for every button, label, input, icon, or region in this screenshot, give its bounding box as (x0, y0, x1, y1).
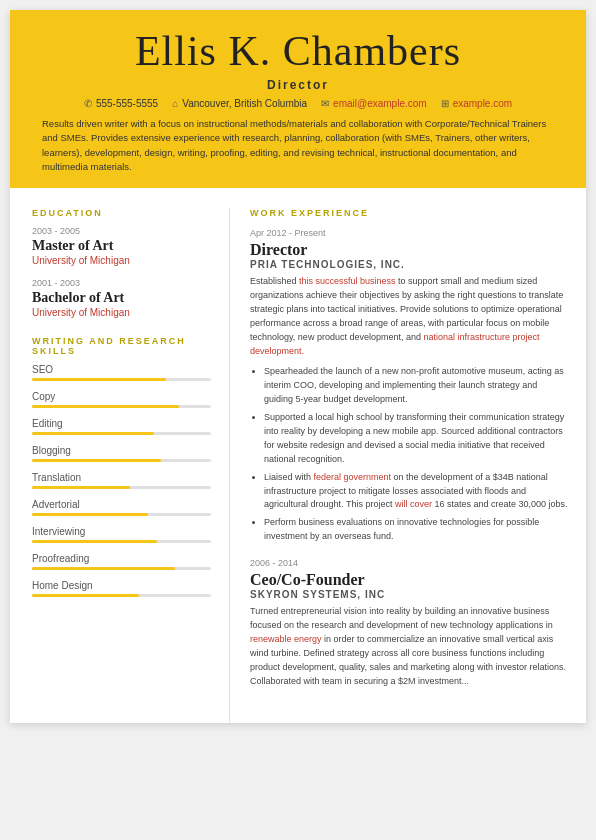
skills-section: WRITING AND RESEARCH SKILLS SEO Copy Edi… (32, 336, 211, 597)
skill-bar-bg-4 (32, 486, 211, 489)
skill-item-6: Interviewing (32, 526, 211, 543)
skill-name-5: Advertorial (32, 499, 211, 510)
contact-row: ✆ 555-555-5555 ⌂ Vancouver, British Colu… (40, 98, 556, 109)
summary-text: Results driven writer with a focus on in… (40, 117, 556, 174)
job-title-0: Director (250, 240, 568, 259)
bullet-0-3: Perform business evaluations on innovati… (264, 516, 568, 544)
work-section-title: WORK EXPERIENCE (250, 208, 568, 218)
skill-item-5: Advertorial (32, 499, 211, 516)
contact-phone: ✆ 555-555-5555 (84, 98, 158, 109)
candidate-name: Ellis K. Chambers (40, 28, 556, 74)
skill-item-0: SEO (32, 364, 211, 381)
skill-bar-fill-5 (32, 513, 148, 516)
contact-location: ⌂ Vancouver, British Columbia (172, 98, 307, 109)
left-column: EDUCATION 2003 - 2005 Master of Art Univ… (10, 208, 230, 723)
email-value[interactable]: email@example.com (333, 98, 427, 109)
bullet-0-0: Spearheaded the launch of a new non-prof… (264, 365, 568, 407)
job-bullets-0: Spearheaded the launch of a new non-prof… (250, 365, 568, 544)
email-icon: ✉ (321, 98, 329, 109)
web-icon: ⊞ (441, 98, 449, 109)
skill-name-1: Copy (32, 391, 211, 402)
job-title-1: Ceo/Co-Founder (250, 570, 568, 589)
edu-dates-1: 2001 - 2003 (32, 278, 211, 288)
skill-bar-bg-5 (32, 513, 211, 516)
skill-item-7: Proofreading (32, 553, 211, 570)
job-desc-1: Turned entrepreneurial vision into reali… (250, 605, 568, 689)
skill-bar-bg-2 (32, 432, 211, 435)
skill-bar-bg-1 (32, 405, 211, 408)
job-desc-text-0: Established this successful business to … (250, 276, 563, 356)
skill-name-6: Interviewing (32, 526, 211, 537)
skill-name-7: Proofreading (32, 553, 211, 564)
contact-website: ⊞ example.com (441, 98, 512, 109)
website-value[interactable]: example.com (453, 98, 512, 109)
skill-item-8: Home Design (32, 580, 211, 597)
skill-bar-fill-2 (32, 432, 154, 435)
skill-name-0: SEO (32, 364, 211, 375)
phone-value: 555-555-5555 (96, 98, 158, 109)
skill-bar-bg-6 (32, 540, 211, 543)
right-column: WORK EXPERIENCE Apr 2012 - Present Direc… (230, 208, 586, 723)
skill-bar-fill-8 (32, 594, 139, 597)
job-item-1: 2006 - 2014 Ceo/Co-Founder SKYRON SYSTEM… (250, 558, 568, 689)
skill-bar-fill-6 (32, 540, 157, 543)
skill-bar-bg-3 (32, 459, 211, 462)
resume-container: Ellis K. Chambers Director ✆ 555-555-555… (10, 10, 586, 723)
skills-section-title: WRITING AND RESEARCH SKILLS (32, 336, 211, 356)
edu-school-1: University of Michigan (32, 307, 211, 318)
skill-bar-fill-0 (32, 378, 166, 381)
skill-bar-bg-8 (32, 594, 211, 597)
skill-name-4: Translation (32, 472, 211, 483)
skill-bar-fill-1 (32, 405, 179, 408)
candidate-title: Director (40, 78, 556, 92)
edu-degree-1: Bachelor of Art (32, 290, 211, 307)
education-section-title: EDUCATION (32, 208, 211, 218)
bullet-0-2: Liaised with federal government on the d… (264, 471, 568, 513)
skill-name-3: Blogging (32, 445, 211, 456)
skill-bar-bg-7 (32, 567, 211, 570)
job-desc-0: Established this successful business to … (250, 275, 568, 359)
skill-item-4: Translation (32, 472, 211, 489)
skill-bar-fill-4 (32, 486, 130, 489)
body-section: EDUCATION 2003 - 2005 Master of Art Univ… (10, 188, 586, 723)
header-section: Ellis K. Chambers Director ✆ 555-555-555… (10, 10, 586, 188)
contact-email: ✉ email@example.com (321, 98, 427, 109)
edu-item-0: 2003 - 2005 Master of Art University of … (32, 226, 211, 266)
skills-list: SEO Copy Editing Blogging Translation (32, 364, 211, 597)
skill-item-2: Editing (32, 418, 211, 435)
skill-item-1: Copy (32, 391, 211, 408)
phone-icon: ✆ (84, 98, 92, 109)
bullet-0-1: Supported a local high school by transfo… (264, 411, 568, 467)
skill-bar-fill-3 (32, 459, 161, 462)
skill-bar-bg-0 (32, 378, 211, 381)
skill-bar-fill-7 (32, 567, 175, 570)
edu-degree-0: Master of Art (32, 238, 211, 255)
job-desc-text-1: Turned entrepreneurial vision into reali… (250, 606, 566, 686)
skill-item-3: Blogging (32, 445, 211, 462)
location-value: Vancouver, British Columbia (182, 98, 307, 109)
edu-school-0: University of Michigan (32, 255, 211, 266)
job-dates-1: 2006 - 2014 (250, 558, 568, 568)
job-item-0: Apr 2012 - Present Director PRIA TECHNOL… (250, 228, 568, 544)
job-company-1: SKYRON SYSTEMS, INC (250, 589, 568, 600)
job-dates-0: Apr 2012 - Present (250, 228, 568, 238)
edu-item-1: 2001 - 2003 Bachelor of Art University o… (32, 278, 211, 318)
skill-name-8: Home Design (32, 580, 211, 591)
location-icon: ⌂ (172, 98, 178, 109)
job-company-0: PRIA TECHNOLOGIES, INC. (250, 259, 568, 270)
edu-dates-0: 2003 - 2005 (32, 226, 211, 236)
skill-name-2: Editing (32, 418, 211, 429)
